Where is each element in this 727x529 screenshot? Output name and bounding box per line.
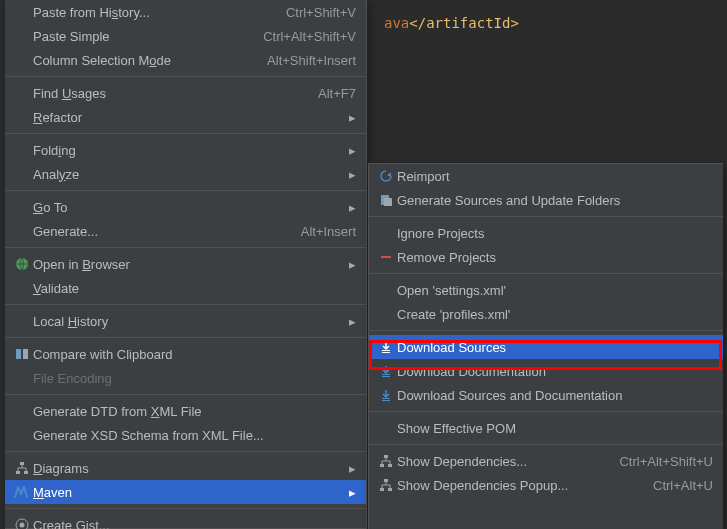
menu-item-label: Show Dependencies...	[397, 454, 601, 469]
browser-icon	[11, 257, 33, 271]
menu-item-label: File Encoding	[33, 371, 356, 386]
primary-item-local-history[interactable]: Local History▸	[5, 309, 366, 333]
svg-rect-12	[382, 352, 390, 353]
generate-sources-icon	[375, 193, 397, 207]
compare-icon	[11, 347, 33, 361]
primary-item-refactor[interactable]: Refactor▸	[5, 105, 366, 129]
svg-rect-18	[380, 464, 384, 467]
download-icon	[375, 340, 397, 354]
svg-rect-2	[23, 349, 28, 359]
menu-separator	[5, 304, 366, 305]
menu-item-shortcut: Alt+F7	[300, 86, 356, 101]
svg-rect-19	[388, 464, 392, 467]
secondary-item-show-effective-pom[interactable]: Show Effective POM	[369, 416, 723, 440]
primary-item-maven[interactable]: Maven▸	[5, 480, 366, 504]
menu-separator	[5, 337, 366, 338]
primary-item-diagrams[interactable]: Diagrams▸	[5, 456, 366, 480]
primary-item-generate-dtd-from-xml-file[interactable]: Generate DTD from XML File	[5, 399, 366, 423]
svg-rect-17	[384, 455, 388, 458]
svg-rect-10	[381, 256, 391, 258]
primary-item-paste-simple[interactable]: Paste SimpleCtrl+Alt+Shift+V	[5, 24, 366, 48]
submenu-arrow-icon: ▸	[344, 200, 356, 215]
primary-item-paste-from-history[interactable]: Paste from History...Ctrl+Shift+V	[5, 0, 366, 24]
secondary-item-reimport[interactable]: Reimport	[369, 164, 723, 188]
menu-item-label: Find Usages	[33, 86, 300, 101]
svg-rect-11	[382, 350, 390, 351]
primary-item-open-in-browser[interactable]: Open in Browser▸	[5, 252, 366, 276]
menu-item-label: Diagrams	[33, 461, 344, 476]
svg-rect-3	[20, 462, 24, 465]
menu-item-label: Validate	[33, 281, 356, 296]
diagrams-icon	[375, 454, 397, 468]
secondary-item-remove-projects[interactable]: Remove Projects	[369, 245, 723, 269]
primary-item-validate[interactable]: Validate	[5, 276, 366, 300]
menu-item-label: Open 'settings.xml'	[397, 283, 713, 298]
secondary-item-show-dependencies[interactable]: Show Dependencies...Ctrl+Alt+Shift+U	[369, 449, 723, 473]
svg-rect-5	[24, 471, 28, 474]
primary-item-folding[interactable]: Folding▸	[5, 138, 366, 162]
svg-rect-20	[384, 479, 388, 482]
menu-item-label: Show Effective POM	[397, 421, 713, 436]
secondary-item-generate-sources-and-update-folders[interactable]: Generate Sources and Update Folders	[369, 188, 723, 212]
submenu-arrow-icon: ▸	[344, 167, 356, 182]
svg-rect-16	[382, 400, 390, 401]
menu-item-label: Refactor	[33, 110, 344, 125]
context-menu-maven-submenu[interactable]: ReimportGenerate Sources and Update Fold…	[368, 163, 723, 529]
secondary-item-ignore-projects[interactable]: Ignore Projects	[369, 221, 723, 245]
menu-separator	[369, 444, 723, 445]
secondary-item-create-profiles-xml[interactable]: Create 'profiles.xml'	[369, 302, 723, 326]
menu-separator	[5, 451, 366, 452]
menu-item-label: Download Documentation	[397, 364, 713, 379]
menu-item-label: Create 'profiles.xml'	[397, 307, 713, 322]
submenu-arrow-icon: ▸	[344, 257, 356, 272]
primary-item-find-usages[interactable]: Find UsagesAlt+F7	[5, 81, 366, 105]
menu-item-label: Generate DTD from XML File	[33, 404, 356, 419]
menu-item-label: Reimport	[397, 169, 713, 184]
menu-item-label: Open in Browser	[33, 257, 344, 272]
menu-item-label: Column Selection Mode	[33, 53, 249, 68]
menu-item-label: Create Gist...	[33, 518, 356, 530]
menu-item-label: Maven	[33, 485, 344, 500]
secondary-item-download-sources[interactable]: Download Sources	[369, 335, 723, 359]
maven-icon	[11, 485, 33, 499]
svg-rect-14	[382, 376, 390, 377]
menu-item-label: Compare with Clipboard	[33, 347, 356, 362]
code-text: ava	[384, 15, 409, 31]
remove-icon	[375, 250, 397, 264]
submenu-arrow-icon: ▸	[344, 314, 356, 329]
menu-item-label: Go To	[33, 200, 344, 215]
menu-item-label: Download Sources	[397, 340, 713, 355]
primary-item-column-selection-mode[interactable]: Column Selection ModeAlt+Shift+Insert	[5, 48, 366, 72]
menu-separator	[5, 133, 366, 134]
secondary-item-download-documentation[interactable]: Download Documentation	[369, 359, 723, 383]
menu-item-label: Folding	[33, 143, 344, 158]
svg-point-7	[20, 523, 25, 528]
menu-item-label: Generate...	[33, 224, 283, 239]
download-icon	[375, 364, 397, 378]
menu-item-shortcut: Alt+Shift+Insert	[249, 53, 356, 68]
primary-item-create-gist[interactable]: Create Gist...	[5, 513, 366, 529]
menu-item-shortcut: Alt+Insert	[283, 224, 356, 239]
secondary-item-download-sources-and-documentation[interactable]: Download Sources and Documentation	[369, 383, 723, 407]
code-fragment: ava</artifactId>	[384, 15, 519, 31]
gist-icon	[11, 518, 33, 529]
menu-separator	[5, 508, 366, 509]
svg-rect-1	[16, 349, 21, 359]
secondary-item-show-dependencies-popup[interactable]: Show Dependencies Popup...Ctrl+Alt+U	[369, 473, 723, 497]
menu-separator	[369, 216, 723, 217]
context-menu-primary[interactable]: Paste from History...Ctrl+Shift+VPaste S…	[5, 0, 367, 529]
menu-separator	[5, 247, 366, 248]
primary-item-analyze[interactable]: Analyze▸	[5, 162, 366, 186]
svg-rect-21	[380, 488, 384, 491]
primary-item-generate-xsd-schema-from-xml-file[interactable]: Generate XSD Schema from XML File...	[5, 423, 366, 447]
primary-item-compare-with-clipboard[interactable]: Compare with Clipboard	[5, 342, 366, 366]
menu-item-label: Paste Simple	[33, 29, 245, 44]
secondary-item-open-settings-xml[interactable]: Open 'settings.xml'	[369, 278, 723, 302]
menu-separator	[5, 190, 366, 191]
menu-item-label: Generate XSD Schema from XML File...	[33, 428, 356, 443]
primary-item-generate[interactable]: Generate...Alt+Insert	[5, 219, 366, 243]
primary-item-go-to[interactable]: Go To▸	[5, 195, 366, 219]
download-icon	[375, 388, 397, 402]
diagrams-icon	[375, 478, 397, 492]
menu-item-shortcut: Ctrl+Alt+Shift+U	[601, 454, 713, 469]
